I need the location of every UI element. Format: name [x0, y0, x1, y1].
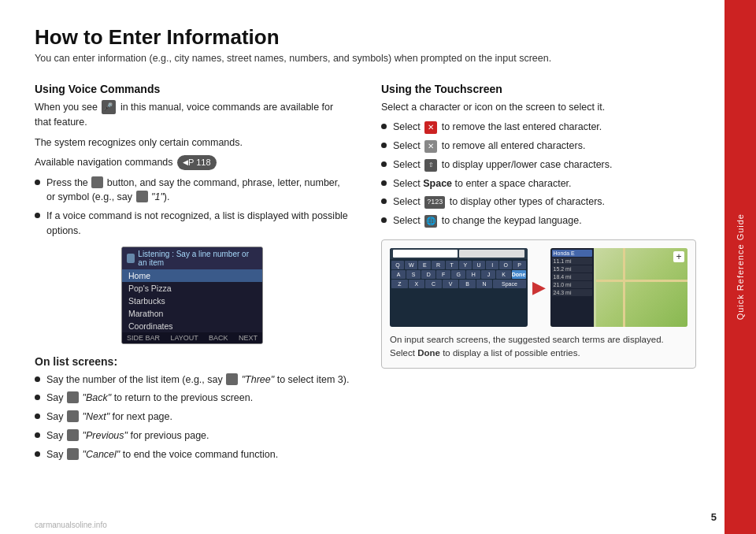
kbd-rows: Q W E R T Y U I O P [390, 259, 528, 291]
keyboard-screen-left: Q W E R T Y U I O P [390, 248, 528, 327]
bullet-dot-2 [35, 213, 40, 218]
listening-footer: SIDE BAR LAYOUT BACK NEXT [122, 332, 262, 343]
map-screen: Honda E 11.1 mi 15.2 mi 18.4 mi 21.0 mi … [550, 248, 688, 327]
key-done[interactable]: Done [512, 270, 526, 279]
map-item-2: 11.1 mi [552, 258, 592, 265]
touchscreen-section-title: Using the Touchscreen [381, 83, 696, 95]
side-tab: Quick Reference Guide [724, 0, 756, 534]
on-list-bullets: Say the number of the list item (e.g., s… [35, 373, 350, 462]
voice-bullet-2: If a voice command is not recognized, a … [35, 209, 350, 239]
two-col-layout: Using Voice Commands When you see in thi… [35, 83, 696, 469]
listening-item-pizza: Pop's Pizza [122, 282, 262, 295]
mic-icon-5 [67, 410, 79, 422]
key-n[interactable]: N [476, 280, 493, 288]
side-tab-label: Quick Reference Guide [736, 213, 745, 320]
keyboard-screens: Q W E R T Y U I O P [390, 248, 687, 327]
touch-bullet-1: Select ✕ to remove the last entered char… [381, 120, 696, 135]
voice-icon [102, 100, 116, 114]
kbd-input-bar [393, 250, 458, 258]
caps-icon: ⇧ [424, 159, 437, 172]
mic-icon-2 [136, 191, 148, 202]
key-space[interactable]: Space [493, 280, 525, 288]
key-k[interactable]: K [496, 270, 510, 279]
touchscreen-bullets: Select ✕ to remove the last entered char… [381, 120, 696, 228]
key-u[interactable]: U [472, 261, 485, 269]
touchscreen-intro: Select a character or icon on the screen… [381, 100, 696, 115]
key-v[interactable]: V [443, 280, 459, 288]
listening-item-home: Home [122, 269, 262, 282]
bullet-dot-t2 [381, 143, 387, 148]
list-bullet-2: Say "Back" to return to the previous scr… [35, 391, 350, 406]
listening-item-coordinates: Coordinates [122, 320, 262, 332]
key-x2[interactable]: X [409, 280, 425, 288]
num-icon: ?123 [424, 196, 445, 209]
touchscreen-caption: On input search screens, the suggested s… [390, 333, 687, 361]
voice-bullets: Press the button, and say the command, p… [35, 176, 350, 239]
bullet-dot-t4 [381, 180, 387, 186]
touch-bullet-6: Select 🌐 to change the keypad language. [381, 213, 696, 228]
voice-bullet-1: Press the button, and say the command, p… [35, 176, 350, 206]
kbd-input-bar2 [459, 250, 524, 258]
voice-intro: When you see in this manual, voice comma… [35, 100, 350, 131]
map-visual: + [596, 248, 688, 327]
bullet-dot-t3 [381, 161, 387, 167]
touch-bullet-3: Select ⇧ to display upper/lower case cha… [381, 158, 696, 172]
listening-header: Listening : Say a line number or an item [122, 247, 262, 269]
key-g[interactable]: G [451, 270, 465, 279]
key-f[interactable]: F [436, 270, 450, 279]
key-c[interactable]: C [425, 280, 442, 288]
key-a[interactable]: A [391, 270, 406, 279]
listening-item-starbucks: Starbucks [122, 295, 262, 307]
bullet-dot-4 [35, 395, 40, 400]
key-y[interactable]: Y [459, 261, 472, 269]
list-bullet-4: Say "Previous" for previous page. [35, 428, 350, 443]
nav-badge: P 118 [177, 155, 217, 170]
voice-line3: Available navigation commands P 118 [35, 155, 350, 170]
mic-icon-6 [67, 429, 79, 441]
key-w[interactable]: W [405, 261, 417, 269]
key-o[interactable]: O [499, 261, 512, 269]
left-column: Using Voice Commands When you see in thi… [35, 83, 350, 469]
main-content: How to Enter Information You can enter i… [0, 0, 724, 534]
touch-bullet-5: Select ?123 to display other types of ch… [381, 195, 696, 210]
touch-bullet-4: Select Space to enter a space character. [381, 176, 696, 191]
delete-char-icon: ✕ [424, 121, 437, 134]
key-q[interactable]: Q [391, 261, 404, 269]
bullet-dot-t5 [381, 198, 387, 204]
key-z[interactable]: Z [391, 280, 408, 288]
map-item-4: 18.4 mi [552, 273, 592, 280]
touchscreen-demo-box: Q W E R T Y U I O P [381, 239, 696, 369]
bullet-dot-t1 [381, 124, 387, 129]
map-road-vertical [623, 248, 625, 327]
kbd-top-bar [390, 248, 528, 259]
key-i[interactable]: I [486, 261, 498, 269]
page-title: How to Enter Information [35, 25, 696, 50]
key-h[interactable]: H [466, 270, 480, 279]
key-b[interactable]: B [459, 280, 476, 288]
mic-icon-3 [226, 373, 238, 385]
map-road-horizontal [596, 280, 688, 282]
bullet-dot-3 [35, 376, 40, 382]
key-r[interactable]: R [432, 261, 444, 269]
on-list-screens-title: On list screens: [35, 355, 350, 368]
mic-icon-4 [67, 391, 79, 403]
kbd-row-2: A S D F G H J K Done [391, 270, 526, 279]
arrow-right: ▶ [532, 277, 546, 298]
kbd-row-1: Q W E R T Y U I O P [391, 261, 526, 269]
bullet-dot-5 [35, 413, 40, 419]
key-t[interactable]: T [446, 261, 458, 269]
right-column: Using the Touchscreen Select a character… [381, 83, 696, 469]
key-s[interactable]: S [406, 270, 421, 279]
key-e[interactable]: E [418, 261, 431, 269]
watermark: carmanualsoline.info [35, 521, 107, 529]
map-item-6: 24.3 mi [552, 289, 592, 296]
mic-icon [91, 176, 103, 188]
key-p[interactable]: P [513, 261, 525, 269]
key-j[interactable]: J [481, 270, 495, 279]
list-bullet-5: Say "Cancel" to end the voice command fu… [35, 447, 350, 462]
kbd-row-3: Z X C V B N Space [391, 280, 526, 288]
mic-icon-7 [67, 448, 79, 460]
voice-section-title: Using Voice Commands [35, 83, 350, 95]
map-zoom-plus[interactable]: + [673, 251, 684, 262]
key-d[interactable]: D [421, 270, 435, 279]
